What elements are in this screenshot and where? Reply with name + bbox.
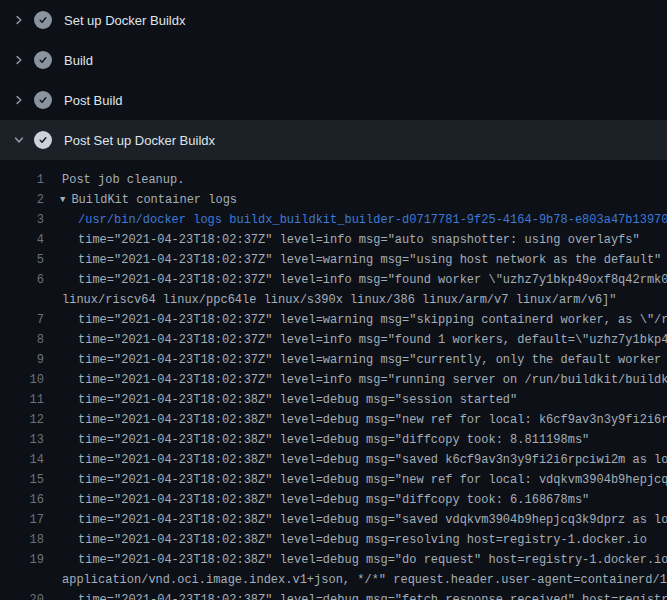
log-line: 11 time="2021-04-23T18:02:38Z" level=deb… [0, 390, 667, 410]
log-line-text: time="2021-04-23T18:02:37Z" level=info m… [44, 230, 640, 250]
log-line: 18 time="2021-04-23T18:02:38Z" level=deb… [0, 530, 667, 550]
log-line-text: time="2021-04-23T18:02:38Z" level=debug … [44, 550, 667, 570]
log-line-text: time="2021-04-23T18:02:38Z" level=debug … [44, 590, 667, 600]
line-number[interactable]: 18 [0, 530, 44, 550]
line-number [0, 570, 44, 590]
line-number[interactable]: 16 [0, 490, 44, 510]
line-number[interactable]: 14 [0, 450, 44, 470]
log-line-message: time="2021-04-23T18:02:37Z" level=info m… [78, 273, 667, 287]
log-line-text: time="2021-04-23T18:02:38Z" level=debug … [44, 490, 589, 510]
line-number[interactable]: 11 [0, 390, 44, 410]
log-line-text[interactable]: ▼BuildKit container logs [44, 190, 237, 210]
log-line-text: application/vnd.oci.image.index.v1+json,… [44, 570, 667, 590]
log-line: 3 /usr/bin/docker logs buildx_buildkit_b… [0, 210, 667, 230]
log-line-text: time="2021-04-23T18:02:37Z" level=info m… [44, 370, 667, 390]
log-line: 4 time="2021-04-23T18:02:37Z" level=info… [0, 230, 667, 250]
check-circle-icon [34, 51, 52, 69]
log-line-message: time="2021-04-23T18:02:38Z" level=debug … [78, 393, 517, 407]
log-line: 14 time="2021-04-23T18:02:38Z" level=deb… [0, 450, 667, 470]
log-line: application/vnd.oci.image.index.v1+json,… [0, 570, 667, 590]
step-label: Post Set up Docker Buildx [64, 133, 215, 148]
log-line-message: time="2021-04-23T18:02:38Z" level=debug … [78, 413, 667, 427]
step-header-build[interactable]: Build [0, 40, 667, 80]
line-number[interactable]: 13 [0, 430, 44, 450]
log-line-text: time="2021-04-23T18:02:38Z" level=debug … [44, 390, 517, 410]
chevron-right-icon [12, 93, 26, 107]
log-line: 19 time="2021-04-23T18:02:38Z" level=deb… [0, 550, 667, 570]
log-line-message: time="2021-04-23T18:02:38Z" level=debug … [78, 533, 647, 547]
line-number[interactable]: 15 [0, 470, 44, 490]
line-number[interactable]: 4 [0, 230, 44, 250]
log-line-message: application/vnd.oci.image.index.v1+json,… [62, 573, 667, 587]
log-line-text: time="2021-04-23T18:02:38Z" level=debug … [44, 470, 667, 490]
step-label: Build [64, 53, 93, 68]
log-line-text: time="2021-04-23T18:02:37Z" level=warnin… [44, 310, 667, 330]
steps-list: Set up Docker Buildx Build Post Build [0, 0, 667, 160]
log-line-message: time="2021-04-23T18:02:37Z" level=info m… [78, 373, 667, 387]
log-line-message: time="2021-04-23T18:02:38Z" level=debug … [78, 513, 667, 527]
log-line-message: time="2021-04-23T18:02:38Z" level=debug … [78, 473, 667, 487]
log-line-message: time="2021-04-23T18:02:38Z" level=debug … [78, 433, 589, 447]
step-label: Set up Docker Buildx [64, 13, 185, 28]
log-line-text: time="2021-04-23T18:02:38Z" level=debug … [44, 430, 589, 450]
log-line: 13 time="2021-04-23T18:02:38Z" level=deb… [0, 430, 667, 450]
step-header-set-up-docker-buildx[interactable]: Set up Docker Buildx [0, 0, 667, 40]
log-line-text: time="2021-04-23T18:02:37Z" level=warnin… [44, 250, 661, 270]
log-line-message: time="2021-04-23T18:02:37Z" level=warnin… [78, 313, 667, 327]
log-line-message: BuildKit container logs [71, 193, 237, 207]
log-line-text: time="2021-04-23T18:02:37Z" level=info m… [44, 330, 667, 350]
log-line-text: /usr/bin/docker logs buildx_buildkit_bui… [44, 210, 667, 230]
line-number[interactable]: 9 [0, 350, 44, 370]
line-number[interactable]: 7 [0, 310, 44, 330]
check-circle-icon [34, 11, 52, 29]
log-line: 10 time="2021-04-23T18:02:37Z" level=inf… [0, 370, 667, 390]
log-line: 15 time="2021-04-23T18:02:38Z" level=deb… [0, 470, 667, 490]
log-output: 1 Post job cleanup. 2 ▼BuildKit containe… [0, 160, 667, 600]
log-line: 16 time="2021-04-23T18:02:38Z" level=deb… [0, 490, 667, 510]
check-circle-icon [34, 91, 52, 109]
chevron-down-icon [12, 133, 26, 147]
line-number [0, 290, 44, 310]
log-line: 17 time="2021-04-23T18:02:38Z" level=deb… [0, 510, 667, 530]
line-number[interactable]: 12 [0, 410, 44, 430]
check-circle-icon [34, 131, 52, 149]
log-line-text: linux/riscv64 linux/ppc64le linux/s390x … [44, 290, 617, 310]
group-toggle-icon: ▼ [60, 190, 65, 210]
line-number[interactable]: 1 [0, 170, 44, 190]
log-line-text: time="2021-04-23T18:02:38Z" level=debug … [44, 410, 667, 430]
log-line: 7 time="2021-04-23T18:02:37Z" level=warn… [0, 310, 667, 330]
log-line-text: time="2021-04-23T18:02:38Z" level=debug … [44, 530, 647, 550]
log-line: 5 time="2021-04-23T18:02:37Z" level=warn… [0, 250, 667, 270]
line-number[interactable]: 2 [0, 190, 44, 210]
line-number[interactable]: 10 [0, 370, 44, 390]
chevron-right-icon [12, 53, 26, 67]
log-line-text: time="2021-04-23T18:02:37Z" level=warnin… [44, 350, 667, 370]
line-number[interactable]: 8 [0, 330, 44, 350]
log-line: 9 time="2021-04-23T18:02:37Z" level=warn… [0, 350, 667, 370]
log-line-message: time="2021-04-23T18:02:37Z" level=warnin… [78, 253, 661, 267]
line-number[interactable]: 6 [0, 270, 44, 290]
log-line-message: Post job cleanup. [62, 173, 184, 187]
log-line: linux/riscv64 linux/ppc64le linux/s390x … [0, 290, 667, 310]
line-number[interactable]: 20 [0, 590, 44, 600]
log-line-text: time="2021-04-23T18:02:37Z" level=info m… [44, 270, 667, 290]
line-number[interactable]: 17 [0, 510, 44, 530]
log-line: 20 time="2021-04-23T18:02:38Z" level=deb… [0, 590, 667, 600]
log-line: 1 Post job cleanup. [0, 170, 667, 190]
log-line-message: time="2021-04-23T18:02:37Z" level=warnin… [78, 353, 667, 367]
line-number[interactable]: 5 [0, 250, 44, 270]
line-number[interactable]: 3 [0, 210, 44, 230]
log-line: 6 time="2021-04-23T18:02:37Z" level=info… [0, 270, 667, 290]
step-header-post-set-up-docker-buildx[interactable]: Post Set up Docker Buildx [0, 120, 667, 160]
log-line-message: time="2021-04-23T18:02:37Z" level=info m… [78, 233, 640, 247]
step-header-post-build[interactable]: Post Build [0, 80, 667, 120]
log-line-text: time="2021-04-23T18:02:38Z" level=debug … [44, 510, 667, 530]
line-number[interactable]: 19 [0, 550, 44, 570]
log-line-text: Post job cleanup. [44, 170, 184, 190]
log-line-message: time="2021-04-23T18:02:38Z" level=debug … [78, 493, 589, 507]
log-line-message: /usr/bin/docker logs buildx_buildkit_bui… [78, 213, 667, 227]
log-line-text: time="2021-04-23T18:02:38Z" level=debug … [44, 450, 667, 470]
actions-log-panel: Set up Docker Buildx Build Post Build [0, 0, 667, 600]
log-line: 2 ▼BuildKit container logs [0, 190, 667, 210]
log-line-message: time="2021-04-23T18:02:37Z" level=info m… [78, 333, 667, 347]
